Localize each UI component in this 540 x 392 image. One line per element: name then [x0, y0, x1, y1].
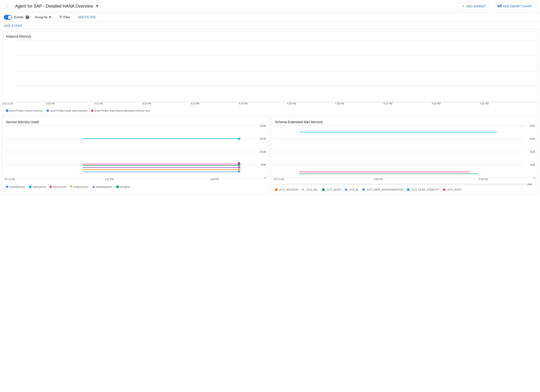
grid-line-50: [4, 152, 255, 152]
add-smart-chart-icon: [498, 4, 501, 8]
add-widget-button[interactable]: ＋ ADD WIDGET: [457, 2, 490, 10]
x-axis-label-439: 4:39 PM: [480, 102, 489, 105]
legend-icon-sys-afl: ★: [302, 188, 305, 191]
x-axis-label-utc: UTC+5:30: [2, 102, 13, 105]
legend-indexserver: indexserver: [29, 185, 46, 188]
chart-row: Service Memory Used 20GiB 15GiB 10GiB 5G…: [2, 117, 538, 194]
bar-end-xsengine: [238, 164, 240, 166]
header: ← Agent for SAP - Detailed HANA Overview…: [0, 0, 540, 13]
instance-memory-body: UTC+5:30 4:30 PM 4:31 PM 4:32 PM 4:33 PM…: [2, 40, 538, 107]
y-label-10gib: 10GiB: [260, 151, 266, 153]
service-memory-legend: compileserver indexserver nameserver pre…: [2, 184, 269, 191]
legend-circle-peak: [47, 109, 49, 112]
schema-x-440: 4:40 PM: [479, 178, 488, 181]
add-event-button[interactable]: ADD EVENT: [4, 24, 22, 27]
legend-compileserver: compileserver: [6, 185, 25, 188]
legend-sys-advisor: _SYS_ADVISOR: [275, 188, 298, 191]
bar-xsengine: [83, 165, 240, 166]
scrollbar-thumb[interactable]: [527, 184, 532, 185]
schema-x-utc: UTC+5:30: [273, 178, 284, 181]
legend-icon-xsengine: [116, 186, 119, 188]
x-axis-label-431: 4:31 PM: [94, 102, 103, 105]
legend-xsengine: xsengine: [116, 185, 130, 188]
bar-compileserver: [83, 172, 240, 172]
group-by-chevron-icon: ▼: [49, 15, 52, 19]
x-axis-label-438: 4:38 PM: [432, 102, 440, 105]
add-widget-icon: ＋: [461, 4, 465, 8]
legend-sys-repo: _SYS_REPO: [443, 188, 461, 191]
legend-label-sys-advisor: _SYS_ADVISOR: [278, 188, 298, 191]
x-axis-label-432: 4:32 PM: [142, 102, 151, 105]
filter-button[interactable]: Filter: [57, 15, 72, 20]
legend-icon-sys-data-anon: [362, 189, 365, 191]
legend-label-sys-bi: _SYS_BI: [348, 188, 359, 191]
instance-memory-legend: dnwh75rdbci current memory dnwh75rdbci p…: [2, 107, 538, 115]
add-smart-chart-label: ADD SMART CHART: [503, 5, 532, 8]
title-dropdown-icon[interactable]: ▼: [95, 4, 99, 9]
add-event-bar: ADD EVENT: [0, 22, 540, 30]
add-filter-button[interactable]: ADD FILTER: [76, 15, 97, 20]
legend-label-shared: dnwh75rdbci total shared allocated memor…: [94, 109, 150, 112]
events-label: Events: [14, 15, 24, 19]
x-axis-label-437: 4:37 PM: [383, 102, 392, 105]
legend-label-sys-afl: _SYS_AFL: [305, 188, 318, 191]
legend-icon-nameserver: [50, 185, 52, 188]
legend-webdispatcher: webdispatcher: [92, 185, 113, 188]
instance-memory-chart: Instance Memory UTC+5:30 4:30 PM 4:31 PM…: [2, 31, 538, 115]
help-icon[interactable]: ?: [25, 15, 29, 19]
bar-webdispatcher: [83, 167, 240, 168]
add-smart-chart-button[interactable]: ADD SMART CHART: [494, 2, 536, 10]
back-button[interactable]: ←: [4, 2, 11, 10]
schema-memory-title: Schema Estimated Max Memory: [271, 117, 538, 125]
events-toggle[interactable]: ✓: [4, 15, 12, 20]
filter-icon: [59, 15, 62, 19]
legend-diamond-shared: [91, 109, 94, 112]
legend-icon-preprocessor: [70, 186, 72, 188]
service-memory-chart: Service Memory Used 20GiB 15GiB 10GiB 5G…: [2, 117, 269, 194]
y-label-15gib: 15GiB: [260, 138, 266, 140]
legend-label-sys-repo: _SYS_REPO: [446, 188, 461, 191]
instance-memory-title: Instance Memory: [2, 32, 538, 39]
schema-memory-legend: _SYS_ADVISOR ★ _SYS_AFL _SYS_AUDIT _SYS_…: [271, 186, 538, 194]
legend-icon-compileserver: [6, 186, 8, 188]
legend-label-xsengine: xsengine: [120, 185, 130, 188]
schema-grid-75: [273, 165, 524, 165]
legend-sys-plan-stability: _SYS_PLAN_STABILITY: [407, 188, 440, 191]
legend-label-sys-audit: _SYS_AUDIT: [325, 188, 341, 191]
group-by-button[interactable]: Group by ▼: [33, 15, 54, 20]
x-axis-label-433: 4:33 PM: [191, 102, 199, 105]
legend-label-current: dnwh75rdbci current memory: [9, 109, 43, 112]
legend-sys-bi: _SYS_BI: [345, 188, 359, 191]
x-axis-label-435: 4:35 PM: [287, 102, 296, 105]
bar-end-indexserver: [238, 138, 240, 140]
toggle-check-icon: ✓: [5, 16, 7, 18]
y-label-8gib: 8GiB: [530, 125, 535, 127]
filter-label: Filter: [63, 15, 70, 19]
bar-end-preprocessor: [238, 168, 240, 170]
legend-icon-indexserver: [29, 186, 31, 188]
legend-label-peak: dnwh75rdbci peak used memory: [50, 109, 88, 112]
x-label-utc: UTC+5:30: [4, 178, 15, 181]
scrollbar-track[interactable]: [277, 184, 532, 185]
back-icon: ←: [6, 5, 9, 8]
x-axis-label-436: 4:36 PM: [335, 102, 344, 105]
legend-label-preprocessor: preprocessor: [73, 185, 89, 188]
legend-label-webdispatcher: webdispatcher: [96, 185, 113, 188]
bar-end-webdispatcher: [238, 166, 240, 167]
legend-square-current: [6, 109, 8, 112]
legend-label-nameserver: nameserver: [53, 185, 66, 188]
bar-sys-plan-stability: [300, 132, 497, 132]
x-axis-label-430: 4:30 PM: [46, 102, 55, 105]
x-label-440: 4:40 PM: [210, 178, 219, 181]
legend-item-peak: dnwh75rdbci peak used memory: [47, 109, 88, 112]
x-label-435: 4:35 PM: [105, 178, 114, 181]
legend-label-compileserver: compileserver: [9, 185, 25, 188]
legend-item-shared: dnwh75rdbci total shared allocated memor…: [91, 109, 150, 112]
svg-rect-1: [499, 5, 500, 7]
y-label-6gib: 6GiB: [530, 138, 535, 140]
svg-rect-0: [498, 5, 499, 7]
toolbar: ✓ Events ? Group by ▼ Filter ADD FILTER: [0, 13, 540, 22]
y-label-5gib: 5GiB: [261, 164, 266, 166]
y-label-4gib: 4GiB: [530, 151, 535, 153]
schema-x-435: 4:35 PM: [374, 178, 382, 181]
